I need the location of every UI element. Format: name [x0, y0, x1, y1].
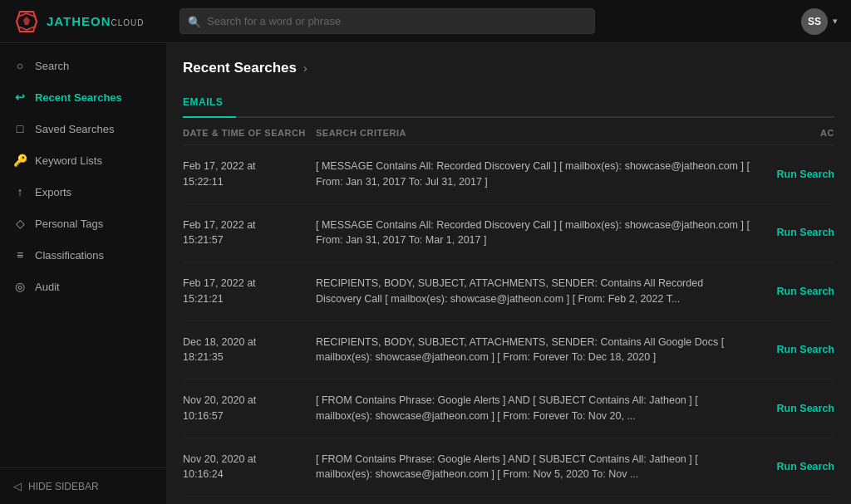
cell-criteria: RECIPIENTS, BODY, SUBJECT, ATTACHMENTS, … — [316, 276, 751, 307]
table-row: Nov 20, 2020 at 10:16:24 [ FROM Contains… — [183, 438, 834, 497]
cell-criteria: [ MESSAGE Contains All: Recorded Discove… — [316, 218, 751, 249]
search-input[interactable] — [180, 8, 595, 34]
user-menu-chevron[interactable]: ▾ — [833, 16, 838, 27]
run-search-button[interactable]: Run Search — [777, 458, 834, 476]
keyword-lists-icon: 🔑 — [13, 154, 27, 167]
cell-date: Nov 20, 2020 at 10:16:57 — [183, 393, 316, 424]
cell-date: Dec 18, 2020 at 18:21:35 — [183, 335, 316, 366]
page-title: Recent Searches — [183, 60, 297, 76]
cell-date: Nov 20, 2020 at 10:16:24 — [183, 452, 316, 483]
cell-action: Run Search — [751, 165, 834, 183]
hide-sidebar-icon: ◁ — [13, 480, 22, 492]
col-header-criteria: SEARCH CRITERIA — [316, 128, 751, 138]
table-row: Dec 18, 2020 at 18:21:35 RECIPIENTS, BOD… — [183, 321, 834, 380]
col-header-date: DATE & TIME OF SEARCH — [183, 128, 316, 138]
sidebar-item-recent-searches-label: Recent Searches — [35, 91, 122, 104]
sidebar-item-audit-label: Audit — [35, 281, 60, 293]
user-avatar[interactable]: SS — [801, 8, 828, 35]
cell-action: Run Search — [751, 399, 834, 418]
cell-action: Run Search — [751, 282, 834, 301]
run-search-button[interactable]: Run Search — [777, 282, 834, 301]
personal-tags-icon: ◇ — [13, 217, 27, 230]
main-area: 🔍 SS ▾ Recent Searches › EMAILS DATE & T… — [166, 0, 851, 504]
exports-icon: ↑ — [13, 185, 27, 198]
topbar-right: SS ▾ — [801, 8, 838, 35]
logo-text: JATHEONCLOUD — [47, 14, 145, 28]
classifications-icon: ≡ — [13, 248, 27, 262]
cell-date: Feb 17, 2022 at 15:21:57 — [183, 218, 316, 249]
run-search-button[interactable]: Run Search — [777, 340, 834, 359]
tab-emails[interactable]: EMAILS — [183, 90, 236, 118]
hide-sidebar-label: HIDE SIDEBAR — [28, 481, 99, 492]
sidebar-item-recent-searches[interactable]: ↩ Recent Searches — [0, 81, 166, 113]
search-input-wrapper: 🔍 — [180, 8, 595, 34]
cell-action: Run Search — [751, 340, 834, 359]
logo-icon — [13, 8, 40, 35]
sidebar-item-search[interactable]: ○ Search — [0, 50, 166, 81]
sidebar-nav: ○ Search ↩ Recent Searches □ Saved Searc… — [0, 43, 166, 467]
page-header-arrow: › — [303, 61, 307, 75]
cell-action: Run Search — [751, 223, 834, 242]
sidebar-item-classifications-label: Classifications — [35, 249, 104, 262]
table-row: Feb 17, 2022 at 15:21:21 RECIPIENTS, BOD… — [183, 262, 834, 321]
sidebar-item-keyword-lists-label: Keyword Lists — [35, 154, 102, 167]
hide-sidebar-button[interactable]: ◁ HIDE SIDEBAR — [0, 467, 166, 504]
search-icon: 🔍 — [188, 15, 201, 27]
table-row: Nov 20, 2020 at 10:16:57 [ FROM Contains… — [183, 379, 834, 438]
sidebar-item-saved-searches[interactable]: □ Saved Searches — [0, 113, 166, 144]
table-body: Feb 17, 2022 at 15:22:11 [ MESSAGE Conta… — [183, 145, 834, 504]
sidebar-item-exports-label: Exports — [35, 186, 71, 198]
sidebar-item-personal-tags[interactable]: ◇ Personal Tags — [0, 208, 166, 239]
cell-criteria: [ FROM Contains Phrase: Google Alerts ] … — [316, 393, 751, 424]
table-row: Feb 17, 2022 at 15:22:11 [ MESSAGE Conta… — [183, 145, 834, 204]
run-search-button[interactable]: Run Search — [777, 399, 834, 418]
sidebar-item-exports[interactable]: ↑ Exports — [0, 176, 166, 208]
sidebar: JATHEONCLOUD ○ Search ↩ Recent Searches … — [0, 0, 166, 504]
sidebar-item-classifications[interactable]: ≡ Classifications — [0, 239, 166, 271]
run-search-button[interactable]: Run Search — [777, 165, 834, 183]
page-header: Recent Searches › — [183, 60, 834, 76]
topbar: 🔍 SS ▾ — [166, 0, 851, 43]
cell-action: Run Search — [751, 458, 834, 476]
content-area: Recent Searches › EMAILS DATE & TIME OF … — [166, 43, 851, 504]
sidebar-item-keyword-lists[interactable]: 🔑 Keyword Lists — [0, 144, 166, 176]
sidebar-item-personal-tags-label: Personal Tags — [35, 218, 103, 230]
cell-criteria: RECIPIENTS, BODY, SUBJECT, ATTACHMENTS, … — [316, 335, 751, 366]
saved-searches-icon: □ — [13, 122, 27, 135]
logo: JATHEONCLOUD — [0, 0, 166, 43]
table-row: Feb 17, 2022 at 15:21:57 [ MESSAGE Conta… — [183, 204, 834, 263]
cell-criteria: [ MESSAGE Contains All: Recorded Discove… — [316, 159, 751, 190]
sidebar-item-search-label: Search — [35, 60, 69, 72]
table-row: Nov 20, 2020 at 10:16:02 [ FROM Contains… — [183, 497, 834, 504]
cell-date: Feb 17, 2022 at 15:21:21 — [183, 276, 316, 307]
sidebar-item-audit[interactable]: ◎ Audit — [0, 271, 166, 302]
col-header-action: AC — [751, 128, 834, 138]
audit-icon: ◎ — [13, 280, 27, 293]
cell-date: Feb 17, 2022 at 15:22:11 — [183, 159, 316, 190]
sidebar-item-saved-searches-label: Saved Searches — [35, 123, 114, 135]
search-icon: ○ — [13, 59, 27, 72]
run-search-button[interactable]: Run Search — [777, 223, 834, 242]
cell-criteria: [ FROM Contains Phrase: Google Alerts ] … — [316, 452, 751, 483]
table-header: DATE & TIME OF SEARCH SEARCH CRITERIA AC — [183, 118, 834, 145]
tabs: EMAILS — [183, 90, 834, 118]
recent-searches-icon: ↩ — [13, 91, 27, 104]
